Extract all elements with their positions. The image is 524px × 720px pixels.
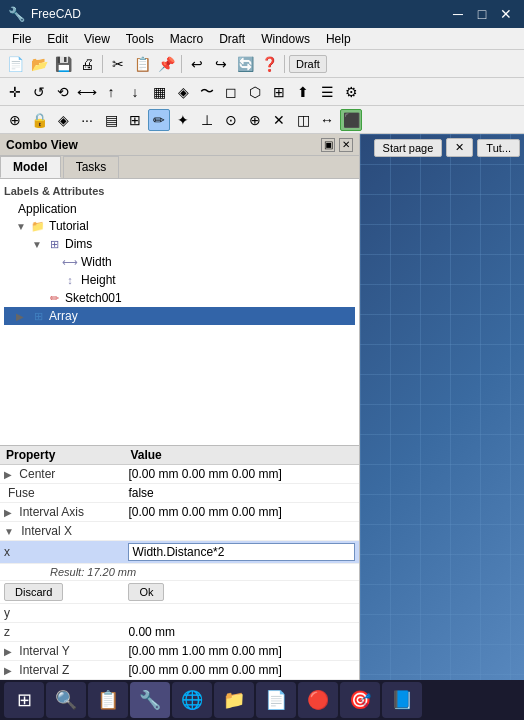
tutorial-item[interactable]: ▼ 📁 Tutorial (4, 217, 355, 235)
minimize-button[interactable]: ─ (448, 4, 468, 24)
excel-taskbar-btn[interactable]: 🔴 (298, 682, 338, 718)
extra2-btn[interactable]: ⚙ (340, 81, 362, 103)
snap14[interactable]: ⬛ (340, 109, 362, 131)
menu-tools[interactable]: Tools (118, 30, 162, 48)
undo-button[interactable]: ↩ (186, 53, 208, 75)
tab-tasks[interactable]: Tasks (63, 156, 120, 178)
scale-btn[interactable]: ⟲ (52, 81, 74, 103)
menu-macro[interactable]: Macro (162, 30, 211, 48)
row-center[interactable]: ▶ Center [0.00 mm 0.00 mm 0.00 mm] (0, 465, 359, 484)
snap11[interactable]: ✕ (268, 109, 290, 131)
combo-close-btn[interactable]: ✕ (339, 138, 353, 152)
snap10[interactable]: ⊕ (244, 109, 266, 131)
files-taskbar-btn[interactable]: 📁 (214, 682, 254, 718)
word-taskbar-btn[interactable]: 📄 (256, 682, 296, 718)
menu-help[interactable]: Help (318, 30, 359, 48)
snap1[interactable]: ⊕ (4, 109, 26, 131)
snap3[interactable]: ··· (76, 109, 98, 131)
array-expand-icon: ▶ (16, 311, 28, 322)
close-start-page-button[interactable]: ✕ (446, 138, 473, 157)
freecad-taskbar-btn[interactable]: 🔧 (130, 682, 170, 718)
snap5[interactable]: ⊞ (124, 109, 146, 131)
print-button[interactable]: 🖨 (76, 53, 98, 75)
extrude-btn[interactable]: ⬆ (292, 81, 314, 103)
close-button[interactable]: ✕ (496, 4, 516, 24)
height-item[interactable]: ▶ ↕ Height (4, 271, 355, 289)
mirror-btn[interactable]: ⟷ (76, 81, 98, 103)
x-input[interactable] (128, 543, 355, 561)
down-btn[interactable]: ↓ (124, 81, 146, 103)
row-y[interactable]: y (0, 604, 359, 623)
sketch001-item[interactable]: ▶ ✏ Sketch001 (4, 289, 355, 307)
viewport-grid (360, 134, 524, 708)
arr-btn[interactable]: ▦ (148, 81, 170, 103)
snap12[interactable]: ◫ (292, 109, 314, 131)
snap6[interactable]: ✏ (148, 109, 170, 131)
word2-taskbar-btn[interactable]: 📘 (382, 682, 422, 718)
snap13[interactable]: ↔ (316, 109, 338, 131)
new-button[interactable]: 📄 (4, 53, 26, 75)
snap-lock[interactable]: 🔒 (28, 109, 50, 131)
clone-btn[interactable]: ◈ (172, 81, 194, 103)
application-group: Application (4, 201, 355, 217)
paste-button[interactable]: 📌 (155, 53, 177, 75)
open-button[interactable]: 📂 (28, 53, 50, 75)
menu-view[interactable]: View (76, 30, 118, 48)
interval-x-expand-icon: ▼ (4, 526, 14, 537)
snap8[interactable]: ⊥ (196, 109, 218, 131)
menu-file[interactable]: File (4, 30, 39, 48)
dims-expand-icon: ▼ (32, 239, 44, 250)
taskview-button[interactable]: 📋 (88, 682, 128, 718)
snap7[interactable]: ✦ (172, 109, 194, 131)
rotate-btn[interactable]: ↺ (28, 81, 50, 103)
extra-taskbar-btn[interactable]: 🎯 (340, 682, 380, 718)
move-btn[interactable]: ✛ (4, 81, 26, 103)
search-button[interactable]: 🔍 (46, 682, 86, 718)
combo-restore-btn[interactable]: ▣ (321, 138, 335, 152)
refresh-button[interactable]: 🔄 (234, 53, 256, 75)
array-item[interactable]: ▶ ⊞ Array (4, 307, 355, 325)
maximize-button[interactable]: □ (472, 4, 492, 24)
help-button[interactable]: ❓ (258, 53, 280, 75)
cut-button[interactable]: ✂ (107, 53, 129, 75)
tab-model[interactable]: Model (0, 156, 61, 178)
3d-btn[interactable]: ⬡ (244, 81, 266, 103)
tut-button[interactable]: Tut... (477, 139, 520, 157)
ok-button[interactable]: Ok (128, 583, 164, 601)
start-button[interactable]: ⊞ (4, 682, 44, 718)
dims-item[interactable]: ▼ ⊞ Dims (4, 235, 355, 253)
row-x[interactable]: x (0, 541, 359, 564)
save-button[interactable]: 💾 (52, 53, 74, 75)
snap4[interactable]: ▤ (100, 109, 122, 131)
row-interval-x[interactable]: ▼ Interval X (0, 522, 359, 541)
extra-btn[interactable]: ☰ (316, 81, 338, 103)
row-fuse[interactable]: Fuse false (0, 484, 359, 503)
sep1 (102, 55, 103, 73)
copy-button[interactable]: 📋 (131, 53, 153, 75)
width-icon: ⟷ (62, 254, 78, 270)
snap2[interactable]: ◈ (52, 109, 74, 131)
row-interval-axis[interactable]: ▶ Interval Axis [0.00 mm 0.00 mm 0.00 mm… (0, 503, 359, 522)
menu-windows[interactable]: Windows (253, 30, 318, 48)
snap9[interactable]: ⊙ (220, 109, 242, 131)
workbench-label[interactable]: Draft (289, 55, 327, 73)
grid-btn[interactable]: ⊞ (268, 81, 290, 103)
menu-draft[interactable]: Draft (211, 30, 253, 48)
row-interval-z[interactable]: ▶ Interval Z [0.00 mm 0.00 mm 0.00 mm] (0, 661, 359, 680)
shape-btn[interactable]: ◻ (220, 81, 242, 103)
sketch001-icon: ✏ (46, 290, 62, 306)
row-z[interactable]: z 0.00 mm (0, 623, 359, 642)
center-expand-icon: ▶ (4, 469, 12, 480)
path-btn[interactable]: 〜 (196, 81, 218, 103)
row-interval-y[interactable]: ▶ Interval Y [0.00 mm 1.00 mm 0.00 mm] (0, 642, 359, 661)
discard-cell: Discard (0, 581, 124, 604)
application-label: Application (18, 202, 77, 216)
width-item[interactable]: ▶ ⟷ Width (4, 253, 355, 271)
discard-button[interactable]: Discard (4, 583, 63, 601)
menu-edit[interactable]: Edit (39, 30, 76, 48)
x-name: x (0, 541, 124, 564)
up-btn[interactable]: ↑ (100, 81, 122, 103)
redo-button[interactable]: ↪ (210, 53, 232, 75)
start-page-button[interactable]: Start page (374, 139, 443, 157)
chrome-taskbar-btn[interactable]: 🌐 (172, 682, 212, 718)
